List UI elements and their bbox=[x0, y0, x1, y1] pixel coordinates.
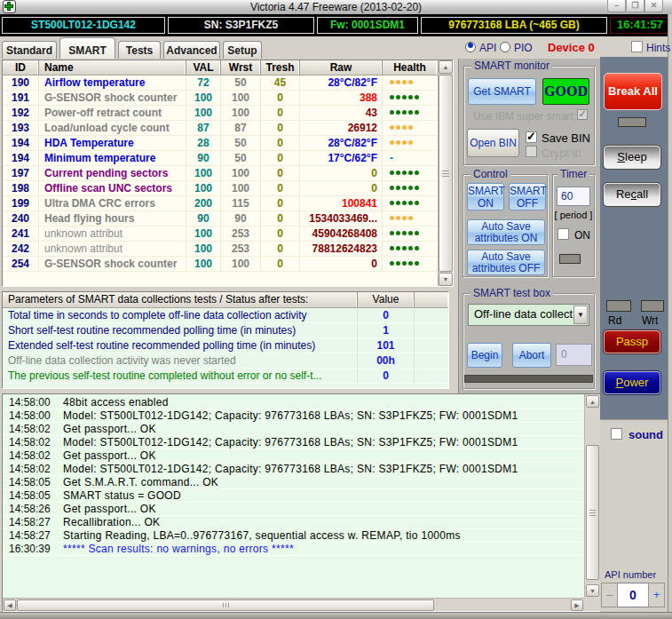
dropdown-arrow[interactable]: ▼ bbox=[573, 306, 588, 324]
params-header-label: Parameters of SMART data collections tes… bbox=[3, 292, 358, 307]
close-button[interactable]: ✕ bbox=[644, 0, 663, 12]
smart-off-button[interactable]: SMARTOFF bbox=[509, 183, 546, 210]
smart-attribute-row[interactable]: 197Current pending sectors10010000 bbox=[3, 166, 453, 181]
smart-attribute-row[interactable]: 191G-SENSOR shock counter1001000388 bbox=[3, 91, 453, 106]
scrollbar-corner bbox=[584, 598, 600, 611]
health-dot bbox=[390, 246, 394, 250]
timer-period-input[interactable]: 60 bbox=[557, 186, 590, 206]
smart-attribute-row[interactable]: 190Airflow temperature72504528°C/82°F bbox=[3, 75, 453, 91]
cell: 1534033469... bbox=[300, 211, 383, 226]
scroll-down-button[interactable]: ▼ bbox=[586, 584, 599, 597]
health-dot bbox=[396, 80, 400, 84]
api-radio[interactable] bbox=[465, 42, 476, 52]
open-bin-button[interactable]: Open BIN bbox=[467, 129, 519, 157]
smart-attribute-row[interactable]: 194HDA Temperature2850028°C/82°F bbox=[3, 136, 453, 151]
sleep-button[interactable]: Sleep bbox=[604, 146, 660, 169]
api-radio-label: API bbox=[479, 42, 496, 54]
timer-period-label: [ period ] bbox=[552, 210, 595, 220]
smart-attribute-row[interactable]: 242unknown attribut100253078812624823 bbox=[3, 242, 453, 257]
begin-button[interactable]: Begin bbox=[467, 343, 502, 368]
health-cell bbox=[383, 196, 437, 210]
scroll-thumb[interactable] bbox=[439, 75, 453, 272]
scroll-right-button[interactable]: ▶ bbox=[571, 599, 583, 611]
param-label: Short self-test routine recommended poll… bbox=[3, 323, 358, 337]
scroll-up-button[interactable]: ▲ bbox=[586, 395, 599, 408]
param-row[interactable]: Off-line data collection activity was ne… bbox=[3, 353, 448, 369]
log-time: 14:58:05 bbox=[3, 489, 56, 502]
autosave-off-button[interactable]: Auto Saveattributes OFF bbox=[467, 250, 545, 275]
health-dot bbox=[402, 186, 407, 190]
health-dot bbox=[402, 216, 407, 220]
api-number-value: 0 bbox=[618, 583, 648, 607]
sound-checkbox[interactable] bbox=[611, 428, 622, 440]
ibm-smart-checkbox[interactable]: ✓ bbox=[577, 109, 588, 120]
clock: 16:41:57 bbox=[610, 17, 670, 34]
smart-attribute-row[interactable]: 240Head flying hours909001534033469... bbox=[3, 211, 453, 226]
log-message: SMART status = GOOD bbox=[56, 489, 181, 502]
spin-plus-button[interactable]: + bbox=[648, 583, 665, 607]
tab-advanced[interactable]: Advanced bbox=[163, 41, 220, 59]
health-dot bbox=[402, 246, 407, 250]
health-cell bbox=[383, 166, 437, 180]
hints-checkbox[interactable] bbox=[631, 41, 643, 52]
maximize-button[interactable]: ❐ bbox=[626, 0, 644, 12]
crypt-checkbox[interactable] bbox=[526, 146, 537, 157]
log-message: Model: ST500LT012-1DG142; Capacity: 9767… bbox=[56, 463, 518, 475]
pio-radio[interactable] bbox=[500, 42, 510, 52]
log-line: 14:58:02Model: ST500LT012-1DG142; Capaci… bbox=[3, 463, 582, 476]
cell: Offline scan UNC sectors bbox=[39, 181, 186, 195]
scroll-up-button[interactable]: ▲ bbox=[439, 60, 453, 74]
api-number-spinner: – 0 + bbox=[601, 583, 665, 607]
smart-params-table: Parameters of SMART data collections tes… bbox=[2, 291, 449, 389]
cell: 100 bbox=[221, 91, 261, 105]
smart-on-button[interactable]: SMARTON bbox=[467, 183, 504, 210]
param-value: 1 bbox=[358, 323, 415, 337]
smart-table-scrollbar[interactable]: ▲ ▼ bbox=[438, 60, 453, 286]
timer-on-checkbox[interactable] bbox=[557, 228, 569, 240]
log-hscrollbar[interactable]: ◀ ▶ bbox=[3, 598, 584, 611]
cell: 90 bbox=[186, 211, 221, 226]
smart-attribute-row[interactable]: 193Load/unload cycle count8787026912 bbox=[3, 121, 453, 136]
health-dot bbox=[402, 231, 407, 235]
param-row[interactable]: The previous self-test routine completed… bbox=[3, 369, 448, 384]
smart-attribute-row[interactable]: 198Offline scan UNC sectors10010000 bbox=[3, 181, 453, 196]
scroll-left-button[interactable]: ◀ bbox=[4, 599, 16, 611]
param-value: 101 bbox=[358, 338, 415, 353]
abort-button[interactable]: Abort bbox=[512, 343, 551, 368]
scroll-thumb[interactable] bbox=[586, 445, 599, 580]
spin-minus-button[interactable]: – bbox=[601, 583, 618, 607]
drive-model: ST500LT012-1DG142 bbox=[2, 17, 165, 34]
get-smart-button[interactable]: Get SMART bbox=[468, 78, 536, 105]
scroll-thumb[interactable] bbox=[17, 599, 434, 611]
tab-tests[interactable]: Tests bbox=[118, 41, 161, 59]
test-number-input[interactable]: 0 bbox=[556, 344, 592, 366]
param-row[interactable]: Extended self-test routine recommended p… bbox=[3, 338, 448, 353]
param-row[interactable]: Total time in seconds to complete off-li… bbox=[3, 308, 448, 323]
save-bin-checkbox[interactable]: ✓ bbox=[526, 131, 537, 143]
drive-firmware: Fw: 0001SDM1 bbox=[317, 17, 418, 34]
autosave-on-button[interactable]: Auto Saveattributes ON bbox=[467, 219, 545, 245]
smart-attribute-row[interactable]: 199Ultra DMA CRC errors2001150100841 bbox=[3, 196, 453, 211]
passport-button[interactable]: Passp bbox=[604, 330, 660, 353]
log-vscrollbar[interactable]: ▲ ▼ bbox=[584, 394, 600, 598]
scroll-down-button[interactable]: ▼ bbox=[439, 273, 453, 286]
power-button[interactable]: Power bbox=[604, 371, 660, 394]
smart-attribute-row[interactable]: 241unknown attribut100253045904268408 bbox=[3, 226, 453, 242]
param-row[interactable]: Short self-test routine recommended poll… bbox=[3, 323, 448, 338]
recall-button[interactable]: Recall bbox=[604, 183, 660, 206]
tab-standard[interactable]: Standard bbox=[2, 41, 57, 59]
cell: 0 bbox=[261, 106, 300, 120]
health-dot bbox=[415, 95, 419, 99]
smart-attribute-row[interactable]: 194Minimum temperature9050017°C/62°F- bbox=[3, 151, 453, 166]
test-type-dropdown[interactable]: Off-line data collect ▼ bbox=[468, 304, 589, 326]
smart-attribute-row[interactable]: 254G-SENSOR shock counter10010000 bbox=[3, 257, 453, 272]
cell: 194 bbox=[3, 151, 39, 165]
cell: 100 bbox=[186, 257, 221, 271]
cell: 242 bbox=[3, 242, 39, 256]
smart-attribute-row[interactable]: 192Power-off retract count100100043 bbox=[3, 106, 453, 121]
tab-setup[interactable]: Setup bbox=[223, 41, 262, 59]
break-all-button[interactable]: Break All bbox=[604, 73, 662, 110]
tab-smart[interactable]: SMART bbox=[59, 37, 115, 59]
cell: 90 bbox=[186, 151, 221, 165]
minimize-button[interactable]: – bbox=[607, 0, 626, 12]
